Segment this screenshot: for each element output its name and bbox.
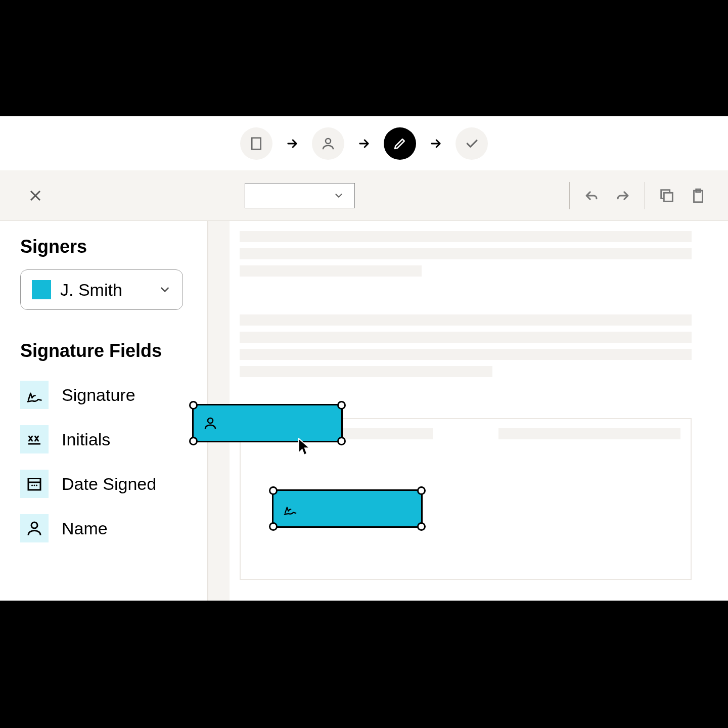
field-label: Signature bbox=[62, 385, 135, 405]
toolbar-separator bbox=[569, 182, 570, 209]
signature-icon bbox=[283, 501, 298, 516]
name-icon bbox=[20, 514, 49, 542]
toolbar bbox=[0, 170, 728, 221]
pencil-icon bbox=[392, 136, 407, 151]
person-icon bbox=[321, 136, 336, 151]
step-review[interactable] bbox=[456, 127, 488, 160]
resize-handle[interactable] bbox=[337, 401, 346, 410]
field-signature[interactable]: Signature bbox=[20, 373, 187, 417]
signature-icon bbox=[20, 381, 49, 409]
svg-point-12 bbox=[208, 418, 213, 423]
main-area: Signers J. Smith Signature Fields Signat… bbox=[0, 221, 728, 601]
resize-handle[interactable] bbox=[337, 437, 346, 445]
toolbar-center bbox=[51, 183, 549, 208]
check-icon bbox=[464, 136, 479, 151]
paste-button[interactable] bbox=[689, 186, 708, 205]
person-icon bbox=[203, 416, 218, 431]
undo-icon bbox=[583, 187, 600, 204]
resize-handle[interactable] bbox=[417, 486, 426, 495]
signer-name: J. Smith bbox=[60, 280, 149, 300]
toolbar-actions bbox=[569, 182, 708, 209]
signer-dropdown[interactable]: J. Smith bbox=[20, 269, 183, 310]
page-zoom-dropdown[interactable] bbox=[245, 183, 355, 208]
field-label: Date Signed bbox=[62, 474, 156, 494]
placed-field-signature[interactable] bbox=[272, 489, 423, 528]
text-placeholder bbox=[240, 332, 692, 343]
step-document[interactable] bbox=[240, 127, 272, 160]
field-label: Initials bbox=[62, 430, 110, 449]
svg-rect-2 bbox=[664, 193, 672, 201]
text-placeholder bbox=[498, 428, 680, 439]
field-date-signed[interactable]: Date Signed bbox=[20, 462, 187, 506]
chevron-down-icon bbox=[158, 283, 171, 296]
arrow-right-icon bbox=[285, 136, 299, 151]
svg-point-10 bbox=[36, 485, 37, 486]
arrow-right-icon bbox=[357, 136, 371, 151]
copy-button[interactable] bbox=[657, 186, 676, 205]
svg-point-9 bbox=[34, 485, 35, 486]
file-icon bbox=[249, 136, 264, 151]
text-placeholder bbox=[240, 231, 692, 242]
step-recipients[interactable] bbox=[312, 127, 344, 160]
svg-rect-0 bbox=[252, 138, 261, 149]
arrow-right-icon bbox=[429, 136, 443, 151]
text-placeholder bbox=[240, 366, 492, 377]
paste-icon bbox=[690, 187, 707, 204]
resize-handle[interactable] bbox=[189, 401, 198, 410]
svg-rect-6 bbox=[28, 479, 40, 490]
close-icon bbox=[26, 187, 44, 205]
close-button[interactable] bbox=[20, 180, 51, 211]
resize-handle[interactable] bbox=[189, 437, 198, 445]
redo-icon bbox=[614, 187, 631, 204]
resize-handle[interactable] bbox=[269, 486, 278, 495]
field-label: Name bbox=[62, 519, 108, 538]
text-placeholder bbox=[240, 349, 692, 360]
fields-heading: Signature Fields bbox=[20, 340, 187, 361]
svg-point-11 bbox=[31, 522, 37, 528]
undo-button[interactable] bbox=[582, 186, 601, 205]
cursor-icon bbox=[298, 438, 312, 457]
placed-field-name[interactable] bbox=[192, 404, 343, 442]
toolbar-separator bbox=[645, 182, 646, 209]
sidebar: Signers J. Smith Signature Fields Signat… bbox=[0, 221, 208, 601]
text-placeholder bbox=[240, 265, 422, 277]
signers-heading: Signers bbox=[20, 236, 187, 257]
text-placeholder bbox=[240, 314, 692, 326]
resize-handle[interactable] bbox=[269, 522, 278, 531]
wizard-stepper bbox=[0, 116, 728, 170]
redo-button[interactable] bbox=[613, 186, 632, 205]
field-initials[interactable]: Initials bbox=[20, 417, 187, 462]
resize-handle[interactable] bbox=[417, 522, 426, 531]
date-icon bbox=[20, 470, 49, 498]
initials-icon bbox=[20, 425, 49, 453]
copy-icon bbox=[658, 187, 675, 204]
text-placeholder bbox=[240, 248, 692, 259]
svg-point-8 bbox=[31, 485, 33, 486]
svg-point-1 bbox=[326, 139, 331, 144]
step-fields[interactable] bbox=[384, 127, 416, 160]
signer-color-chip bbox=[32, 280, 51, 299]
app-window: Signers J. Smith Signature Fields Signat… bbox=[0, 116, 728, 601]
field-name[interactable]: Name bbox=[20, 506, 187, 551]
chevron-down-icon bbox=[333, 190, 344, 201]
